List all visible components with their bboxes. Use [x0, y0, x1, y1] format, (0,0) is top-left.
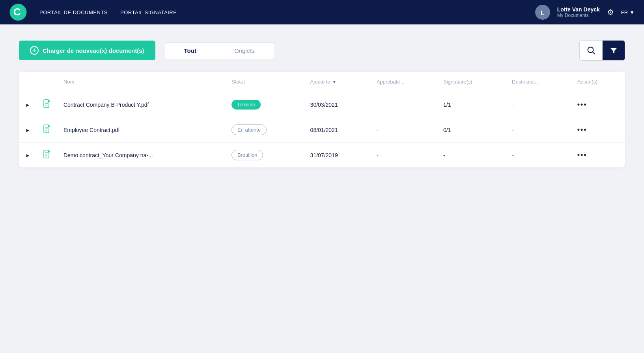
row-expand-icon[interactable]: ►: [25, 152, 30, 158]
navbar-right: L Lotte Van Deyck My Documents ⚙ FR ▼: [535, 5, 635, 20]
documents-table-container: Nom Statut Ajouté le ▼ Approbate...: [19, 72, 625, 167]
svg-marker-4: [610, 48, 617, 53]
row-expand-icon[interactable]: ►: [25, 102, 30, 108]
upload-icon: +: [30, 46, 39, 55]
doc-file-icon: [43, 102, 51, 110]
search-icon: [587, 46, 595, 55]
date-cell: 08/01/2021: [304, 117, 370, 143]
search-filter-group: [579, 40, 625, 61]
filter-button[interactable]: [602, 40, 625, 61]
top-bar: + Charger de nouveau(x) document(s) Tout…: [19, 40, 625, 61]
signataires-cell: 0/1: [437, 117, 506, 143]
date-cell: 31/07/2019: [304, 143, 370, 168]
svg-line-3: [592, 52, 595, 54]
approbateur-cell: -: [370, 143, 437, 168]
user-name: Lotte Van Deyck: [557, 6, 600, 13]
status-badge: En attente: [231, 124, 267, 135]
table-header-row: Nom Statut Ajouté le ▼ Approbate...: [19, 72, 625, 92]
row-actions-button[interactable]: •••: [577, 151, 587, 159]
user-subtitle: My Documents: [557, 13, 600, 18]
doc-file-icon: [43, 127, 51, 135]
main-content: + Charger de nouveau(x) document(s) Tout…: [0, 24, 644, 183]
settings-icon[interactable]: ⚙: [607, 7, 614, 17]
doc-name[interactable]: Contract Company B Product Y.pdf: [63, 102, 149, 108]
destinataires-cell: -: [506, 143, 571, 168]
destinataires-cell: -: [506, 117, 571, 143]
user-info: Lotte Van Deyck My Documents: [557, 6, 600, 18]
status-badge: Brouillon: [231, 150, 263, 160]
filter-icon: [610, 46, 618, 54]
nav-portail-signataire[interactable]: PORTAIL SIGNATAIRE: [120, 9, 177, 15]
destinataires-cell: -: [506, 92, 571, 117]
row-actions-button[interactable]: •••: [577, 100, 587, 109]
table-row: ► Employee Contract.pdf: [19, 117, 625, 143]
signataires-cell: -: [437, 143, 506, 168]
documents-table: Nom Statut Ajouté le ▼ Approbate...: [19, 72, 625, 167]
approbateur-cell: -: [370, 117, 437, 143]
doc-file-icon: [43, 152, 51, 160]
view-toggle: Tout Onglets: [165, 42, 274, 59]
date-cell: 30/03/2021: [304, 92, 370, 117]
col-approbateur: Approbate...: [370, 72, 437, 92]
col-ajoute-le[interactable]: Ajouté le ▼: [304, 72, 370, 92]
tab-onglets[interactable]: Onglets: [215, 43, 274, 59]
status-badge: Terminé: [231, 100, 261, 110]
col-nom[interactable]: Nom: [57, 72, 225, 92]
table-row: ► Contract Company B Product Y.pdf: [19, 92, 625, 117]
app-logo[interactable]: C: [9, 4, 27, 21]
col-signataires: Signataire(s): [437, 72, 506, 92]
sort-arrow-icon: ▼: [332, 80, 336, 84]
row-expand-icon[interactable]: ►: [25, 127, 30, 133]
col-statut: Statut: [225, 72, 304, 92]
col-expand: [19, 72, 37, 92]
navbar: C PORTAIL DE DOCUMENTS PORTAIL SIGNATAIR…: [0, 0, 644, 24]
col-actions: Action(s): [571, 72, 625, 92]
col-destinataires: Destinatai...: [506, 72, 571, 92]
svg-text:C: C: [13, 6, 21, 18]
doc-name[interactable]: Demo contract_Your Company na-...: [63, 152, 153, 158]
row-actions-button[interactable]: •••: [577, 126, 587, 134]
nav-portail-documents[interactable]: PORTAIL DE DOCUMENTS: [39, 9, 108, 15]
signataires-cell: 1/1: [437, 92, 506, 117]
tab-tout[interactable]: Tout: [165, 43, 215, 59]
language-selector[interactable]: FR ▼: [621, 9, 635, 15]
search-button[interactable]: [579, 40, 602, 61]
col-icon: [37, 72, 57, 92]
doc-name[interactable]: Employee Contract.pdf: [63, 127, 119, 133]
upload-button[interactable]: + Charger de nouveau(x) document(s): [19, 41, 155, 60]
table-row: ► Demo contract_Your Company na-...: [19, 143, 625, 168]
avatar: L: [535, 5, 550, 20]
approbateur-cell: -: [370, 92, 437, 117]
